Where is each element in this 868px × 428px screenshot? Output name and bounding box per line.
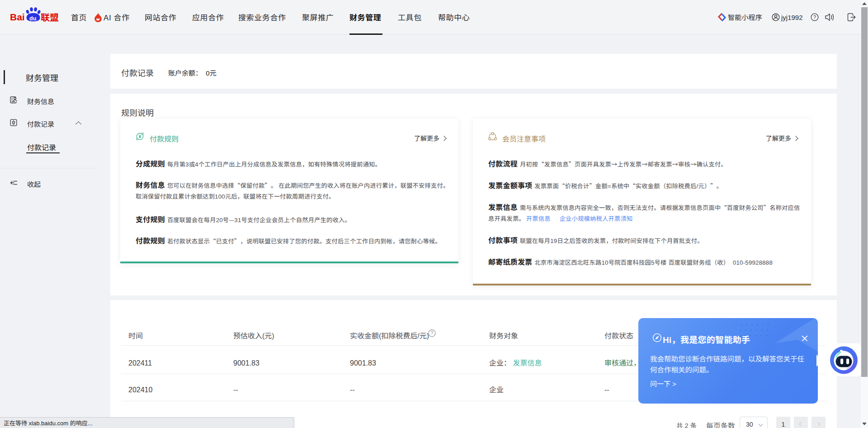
svg-text:?: ? — [813, 14, 816, 20]
svg-text:Bai: Bai — [10, 12, 25, 22]
svg-text:联盟: 联盟 — [41, 10, 59, 24]
svg-text:du: du — [29, 15, 36, 22]
svg-text:?: ? — [431, 330, 434, 336]
